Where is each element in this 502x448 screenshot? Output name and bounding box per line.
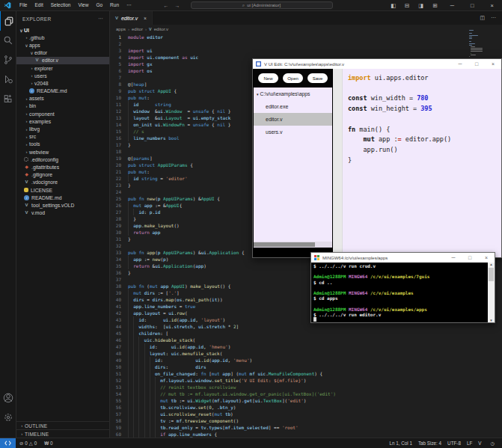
vui-file-editor-exe[interactable]: editor.exe xyxy=(254,100,332,113)
menu-go[interactable]: Go xyxy=(92,2,106,8)
code-line[interactable]: 3import ui xyxy=(110,47,502,54)
code-line[interactable]: 55mut tb := ui.Widget(mf.layout).get[ui.… xyxy=(110,397,502,404)
tree-item--editorconfig[interactable]: .editorconfig xyxy=(16,156,109,163)
tree-item-libvg[interactable]: ›libvg xyxy=(16,125,109,132)
new-button[interactable]: New xyxy=(258,73,278,83)
code-line[interactable]: 57ui.scrollview_reset(mut tb) xyxy=(110,411,502,417)
timeline-section[interactable]: ›TIMELINE xyxy=(16,429,109,438)
tree-item-license[interactable]: LICENSE xyxy=(16,186,109,194)
tree-item-apps[interactable]: ∨apps xyxy=(16,41,109,49)
tree-item--gitignore[interactable]: ◆.gitignore xyxy=(16,171,109,179)
toggle-sidebar-icon[interactable]: ◧ xyxy=(386,2,400,9)
breadcrumb-editor[interactable]: editor xyxy=(132,27,143,31)
source-control-icon[interactable] xyxy=(0,50,16,70)
scroll-down-icon[interactable]: ▼ xyxy=(489,319,492,322)
code-line[interactable]: 59tb.read_only = tv.types[mf.item_select… xyxy=(110,424,502,431)
account-icon[interactable] xyxy=(0,388,16,408)
menu-run[interactable]: Run xyxy=(106,2,123,8)
code-line[interactable]: 47id: ui.id(app.id, 'hmenu') xyxy=(110,343,502,350)
scroll-thumb[interactable] xyxy=(489,268,494,281)
code-line[interactable]: 1module editor xyxy=(110,34,502,40)
tree-item-v2048[interactable]: ›v2048 xyxy=(16,79,109,87)
minimize-button[interactable]: ─ xyxy=(452,61,468,67)
tree-item--github[interactable]: ›.github xyxy=(16,34,109,41)
vui-horizontal-scrollbar[interactable] xyxy=(254,242,332,248)
close-button[interactable]: × xyxy=(478,255,495,260)
close-button[interactable]: × xyxy=(483,2,502,9)
code-line[interactable]: 60if app.line_numbers { xyxy=(110,431,502,438)
code-line[interactable]: 52mf.layout.ui.window.set_title('V UI Ed… xyxy=(110,377,502,384)
tree-item-editor-v[interactable]: Veditor.v xyxy=(16,57,109,64)
status-v[interactable]: V xyxy=(475,441,484,446)
tab-editor-v[interactable]: V editor.v × xyxy=(110,11,153,25)
tree-item-ui[interactable]: ∨UI xyxy=(16,26,109,34)
tree-item-users[interactable]: ›users xyxy=(16,72,109,79)
code-line[interactable]: 56tb.scrollview.set(0, .btn_y) xyxy=(110,404,502,411)
tree-item-examples[interactable]: ›examples xyxy=(16,117,109,125)
outline-section[interactable]: ›OUTLINE xyxy=(16,421,109,429)
vui-titlebar[interactable]: V UI Edit: C:\v\ui\examples\apps\editor.… xyxy=(253,59,501,69)
menu-selection[interactable]: Selection xyxy=(47,2,75,8)
ports-indicator[interactable]: ₩ 0 xyxy=(40,441,56,446)
scroll-up-icon[interactable]: ▲ xyxy=(489,263,492,266)
maximize-button[interactable]: □ xyxy=(462,2,483,9)
breadcrumb-editor-v[interactable]: editor.v xyxy=(154,27,168,31)
code-line[interactable]: 46uic.hideable_stack( xyxy=(110,337,502,343)
status-lf[interactable]: LF xyxy=(464,441,475,446)
tree-item-bin[interactable]: ›bin xyxy=(16,102,109,110)
tree-item-component[interactable]: ›component xyxy=(16,110,109,117)
terminal-titlebar[interactable]: MINGW64:/c/v/ui/examples/apps ─□× xyxy=(311,253,495,263)
maximize-button[interactable]: □ xyxy=(468,61,485,67)
maximize-button[interactable]: □ xyxy=(462,255,478,260)
tree-item-editor[interactable]: ∨editor xyxy=(16,49,109,57)
breadcrumb-apps[interactable]: apps xyxy=(116,27,126,31)
tree-item-src[interactable]: ›src xyxy=(16,133,109,141)
explorer-actions-icon[interactable]: ⋯ xyxy=(98,16,103,22)
tree-item-assets[interactable]: ›assets xyxy=(16,95,109,102)
code-line[interactable]: 49id: ui.id(app.id, 'menu') xyxy=(110,357,502,363)
problems-indicator[interactable]: ⊘ 0 △ 0 xyxy=(16,441,40,446)
code-line[interactable]: 53// reinit textbox scrollview xyxy=(110,384,502,390)
explorer-icon[interactable] xyxy=(0,11,16,31)
tree-item-readme-md[interactable]: iREADME.md xyxy=(16,194,109,201)
close-button[interactable]: × xyxy=(485,61,501,67)
vui-vertical-scrollbar[interactable] xyxy=(333,69,343,257)
status-tab-size-4[interactable]: Tab Size: 4 xyxy=(415,441,444,446)
extensions-icon[interactable] xyxy=(0,89,16,108)
split-editor-icon[interactable]: ◫ xyxy=(480,15,485,21)
vui-file-users-v[interactable]: users.v xyxy=(254,126,332,138)
run-debug-icon[interactable] xyxy=(0,70,16,89)
editor-more-actions-icon[interactable]: ⋯ xyxy=(491,15,496,21)
vui-root-folder[interactable]: ▾C:\v\ui\examples\apps xyxy=(254,88,332,100)
tree-item-tool-settings-vold[interactable]: Vtool_settings.vOLD xyxy=(16,201,109,209)
vui-file-editor-v[interactable]: editor.v xyxy=(254,113,332,126)
minimize-button[interactable]: ─ xyxy=(442,2,462,9)
minimize-button[interactable]: ─ xyxy=(445,255,462,260)
forward-icon[interactable]: → xyxy=(175,3,180,8)
status-ln-1-col-1[interactable]: Ln 1, Col 1 xyxy=(386,441,414,446)
vui-code-textbox[interactable]: import ui.apps.editor const win_width = … xyxy=(348,73,501,257)
code-line[interactable]: 54// mut tb := mf.layout.ui.window.get_o… xyxy=(110,390,502,397)
customize-layout-icon[interactable]: ⊞ xyxy=(428,2,441,9)
tree-item-tools[interactable]: ›tools xyxy=(16,141,109,148)
tab-close-icon[interactable]: × xyxy=(144,16,147,21)
notifications-bell-icon[interactable]: ◷ xyxy=(488,441,498,446)
menu-view[interactable]: View xyxy=(74,2,92,8)
tree-item--gitattributes[interactable]: ◆.gitattributes xyxy=(16,163,109,171)
menu-edit[interactable]: Edit xyxy=(31,2,46,8)
code-line[interactable]: 58tv := mf.treeview_component() xyxy=(110,417,502,424)
open-button[interactable]: Open xyxy=(283,73,303,83)
code-line[interactable]: 44widths: [ui.stretch, ui.stretch * 2] xyxy=(110,323,502,330)
menu-file[interactable]: File xyxy=(16,2,31,8)
tree-item-explorer[interactable]: ›explorer xyxy=(16,64,109,72)
back-icon[interactable]: ← xyxy=(164,3,169,8)
code-line[interactable]: 2 xyxy=(110,40,502,47)
code-line[interactable]: 50dirs: dirs xyxy=(110,363,502,370)
settings-gear-icon[interactable] xyxy=(0,408,16,427)
save-button[interactable]: Save xyxy=(307,73,328,83)
remote-indicator[interactable] xyxy=(0,438,16,448)
code-line[interactable]: 45children: [ xyxy=(110,330,502,337)
tree-item-v-mod[interactable]: Vv.mod xyxy=(16,209,109,217)
tree-item-readme-md[interactable]: iREADME.md xyxy=(16,88,109,95)
toggle-panel-icon[interactable]: ⊟ xyxy=(400,2,414,9)
